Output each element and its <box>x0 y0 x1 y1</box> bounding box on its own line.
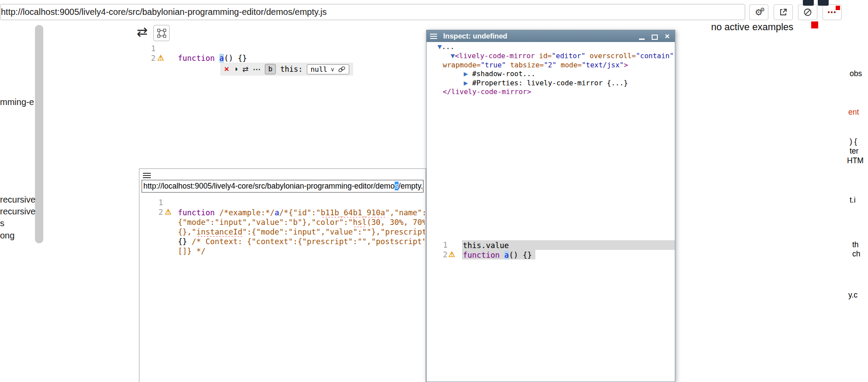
tree-row[interactable]: </lively-code-mirror> <box>443 88 531 96</box>
external-link-icon <box>779 8 788 17</box>
code-line[interactable]: {} /* Context: {"context":{"prescript":"… <box>178 237 425 246</box>
tree-row[interactable]: ▼... <box>437 42 455 51</box>
sub-editor-panel: http://localhost:9005/lively4-core/src/b… <box>139 168 426 382</box>
warning-icon: ⚠ <box>448 250 455 259</box>
more-icon[interactable]: ⋯ <box>253 65 260 74</box>
line-number: 2 <box>148 54 156 63</box>
clipped-text-fragment: recursive <box>0 195 35 205</box>
dropdown-value: null <box>310 65 327 74</box>
menu-icon[interactable] <box>430 32 438 40</box>
maximize-button[interactable] <box>652 33 658 40</box>
toggle-icon[interactable]: ◑ <box>233 65 238 74</box>
line-number: 2 <box>155 208 163 217</box>
clipped-code-fragment: ) { <box>850 137 857 146</box>
url-input[interactable]: http://localhost:9005/lively4-core/src/b… <box>142 180 424 193</box>
warning-icon: ⚠ <box>157 53 164 63</box>
clipped-text-fragment: mming-e <box>0 97 34 107</box>
swap-icon[interactable]: ⇄ <box>137 24 148 39</box>
clipped-code-fragment: obs <box>850 69 862 78</box>
line-number: 1 <box>440 241 448 249</box>
clipped-code-fragment: y.c <box>848 291 858 300</box>
clipped-code-fragment: ch <box>852 249 860 259</box>
url-text: http://localhost:9005/lively4-core/src/b… <box>0 4 327 20</box>
inspector-window: Inspect: undefined × ▼... ▼<lively-code-… <box>426 30 675 382</box>
line-number: 1 <box>155 198 163 207</box>
frame-icon <box>157 28 167 38</box>
clipped-code-fragment: ent <box>848 108 859 117</box>
tree-row[interactable]: ▶ #shadow-root... <box>464 70 535 78</box>
settings-button[interactable]: ⚙ ⚙ <box>749 4 768 20</box>
clipped-text-fragment: recursive <box>0 207 35 217</box>
menu-icon[interactable] <box>143 172 151 179</box>
tree-row[interactable]: ▼<lively-code-mirror id="editor" overscr… <box>451 52 674 60</box>
no-active-examples-label: no active examples <box>711 21 793 33</box>
url-after: /empty.js <box>399 182 424 190</box>
link-icon <box>338 66 346 73</box>
code-line[interactable]: this.value <box>463 241 509 250</box>
clipped-code-fragment: t.i <box>850 196 856 205</box>
url-before: http://localhost:9005/lively4-core/src/b… <box>143 182 395 190</box>
close-icon[interactable]: × <box>665 33 670 40</box>
probe-widget: × ◑ ⇄ ⋯ b this: null ∨ <box>220 63 353 76</box>
error-marker <box>811 21 818 28</box>
probe-b-button[interactable]: b <box>265 64 276 74</box>
browser-url-bar[interactable]: http://localhost:9005/lively4-core/src/b… <box>0 4 745 20</box>
block-icon <box>803 8 812 17</box>
open-external-button[interactable] <box>774 4 793 20</box>
gear-small-icon: ⚙ <box>760 7 765 13</box>
clipped-code-fragment: ter <box>850 147 858 156</box>
tree-row[interactable]: wrapmode="true" tabsize="2" mode="text/j… <box>443 61 628 70</box>
clipped-code-fragment: HTM <box>847 156 864 165</box>
left-scrollbar[interactable] <box>35 25 43 243</box>
chevron-down-icon: ∨ <box>330 66 335 73</box>
block-button[interactable] <box>798 4 817 20</box>
frame-button[interactable] <box>153 25 170 41</box>
clipped-text-fragment: ong <box>0 231 14 241</box>
code-line[interactable]: {"mode":"input","value":"b"},"color":"hs… <box>178 217 425 227</box>
inspector-titlebar[interactable]: Inspect: undefined × <box>427 30 675 42</box>
swap-icon[interactable]: ⇄ <box>242 65 248 74</box>
code-line[interactable]: {},"instanceId":{"mode":"input","value":… <box>178 227 425 237</box>
line-number: 2 <box>440 250 448 259</box>
more-button[interactable]: ••• <box>823 4 842 20</box>
titlebar-control-left[interactable] <box>803 0 814 6</box>
tree-row[interactable]: ▶ #Properties: lively-code-mirror {...} <box>464 79 628 88</box>
code-line[interactable]: function /*example:*/a/*{"id":"b11b_64b1… <box>178 208 425 217</box>
url-selection: s <box>395 182 399 190</box>
code-line[interactable]: []} */ <box>178 246 425 256</box>
close-icon[interactable]: × <box>224 64 229 74</box>
notification-badge <box>836 6 840 10</box>
this-label: this: <box>280 65 302 74</box>
inspector-title: Inspect: undefined <box>443 32 507 40</box>
line-number: 1 <box>148 44 156 53</box>
probe-dropdown[interactable]: null ∨ <box>307 64 349 74</box>
code-line[interactable]: function a() {} <box>463 250 532 260</box>
clipped-code-fragment: th <box>852 240 859 249</box>
code-line[interactable]: function a() {} <box>178 53 247 63</box>
clipped-text-fragment: s <box>0 218 4 228</box>
minimize-button[interactable] <box>639 33 645 40</box>
warning-icon: ⚠ <box>165 207 171 217</box>
titlebar-control-right[interactable] <box>818 0 829 6</box>
